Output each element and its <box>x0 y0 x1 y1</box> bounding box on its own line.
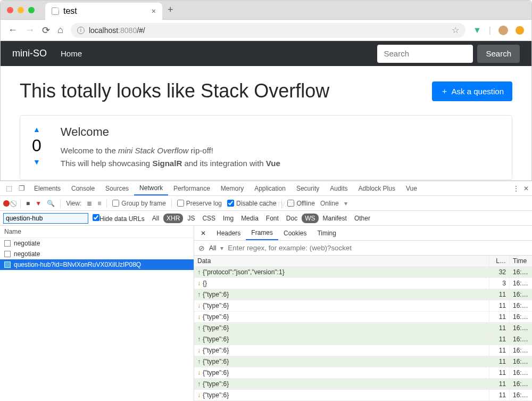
reload-button[interactable]: ⟳ <box>42 24 50 36</box>
search-icon[interactable]: 🔍 <box>47 200 55 207</box>
col-length[interactable]: L… <box>489 256 510 266</box>
downvote-icon[interactable]: ▼ <box>33 158 40 166</box>
disable-cache-checkbox[interactable]: Disable cache <box>227 200 276 207</box>
frame-row[interactable]: ↓{"type":6}1116:… <box>194 367 532 379</box>
detail-tab-frames[interactable]: Frames <box>246 226 278 240</box>
devtools-tab-network[interactable]: Network <box>134 181 168 195</box>
request-row[interactable]: question-hub?id=BNvlXonRuVX0XilUzIP08Q <box>0 259 194 270</box>
extension-separator: | <box>489 26 491 35</box>
vote-count: 0 <box>32 136 41 156</box>
offline-checkbox[interactable]: Offline <box>287 200 314 207</box>
websocket-icon <box>4 261 11 268</box>
col-data[interactable]: Data <box>194 256 489 266</box>
arrow-down-icon: ↓ <box>197 347 201 354</box>
request-row[interactable]: negotiate <box>0 238 194 249</box>
url-path: /#/ <box>137 26 145 35</box>
devtools-tab-application[interactable]: Application <box>249 181 291 195</box>
nav-home-link[interactable]: Home <box>61 49 82 58</box>
detail-tab-timing[interactable]: Timing <box>312 226 342 240</box>
inspect-icon[interactable]: ⬚ <box>3 184 15 192</box>
ask-question-button[interactable]: ＋ Ask a question <box>432 81 512 101</box>
filter-type-other[interactable]: Other <box>351 214 373 223</box>
filter-icon[interactable]: ▼ <box>35 200 41 207</box>
filter-type-doc[interactable]: Doc <box>283 214 301 223</box>
forward-button[interactable]: → <box>25 24 35 36</box>
preserve-log-checkbox[interactable]: Preserve log <box>177 200 222 207</box>
frame-row[interactable]: ↑{"type":6}1116:… <box>194 334 532 345</box>
frame-time: 16:… <box>510 379 532 389</box>
frame-row[interactable]: ↑{"type":6}1116:… <box>194 356 532 367</box>
request-row[interactable]: negotiate <box>0 249 194 259</box>
frame-time: 16:… <box>510 267 532 277</box>
filter-type-media[interactable]: Media <box>238 214 262 223</box>
frame-row[interactable]: ↓{"type":6}1116:… <box>194 312 532 323</box>
frame-length: 11 <box>489 390 510 400</box>
devtools-tab-console[interactable]: Console <box>66 181 100 195</box>
search-button[interactable]: Search <box>477 45 520 63</box>
close-tab-icon[interactable]: × <box>152 7 156 15</box>
frame-row[interactable]: ↓{"type":6}1116:… <box>194 390 532 401</box>
detail-tab-headers[interactable]: Headers <box>211 226 246 240</box>
frame-row[interactable]: ↓{}316:… <box>194 278 532 289</box>
filter-type-manifest[interactable]: Manifest <box>320 214 350 223</box>
new-tab-button[interactable]: + <box>162 4 179 15</box>
app-brand[interactable]: mini-SO <box>12 48 47 59</box>
filter-type-all[interactable]: All <box>149 214 162 223</box>
frame-regex-input[interactable] <box>228 244 528 252</box>
devtools-tab-memory[interactable]: Memory <box>215 181 249 195</box>
maximize-window-button[interactable] <box>28 7 35 13</box>
filter-type-css[interactable]: CSS <box>199 214 219 223</box>
extension-icon[interactable] <box>516 26 524 35</box>
devtools-tab-audits[interactable]: Audits <box>325 181 353 195</box>
devtools-tab-security[interactable]: Security <box>291 181 325 195</box>
filter-type-ws[interactable]: WS <box>302 214 318 223</box>
devtools-tab-elements[interactable]: Elements <box>29 181 66 195</box>
large-rows-icon[interactable]: ≣ <box>87 200 92 207</box>
clear-frames-icon[interactable]: ⊘ <box>198 244 205 252</box>
upvote-icon[interactable]: ▲ <box>33 125 40 134</box>
name-column-header[interactable]: Name <box>0 226 194 238</box>
frame-row[interactable]: ↓{"type":6}1116:… <box>194 300 532 312</box>
record-icon[interactable] <box>3 200 10 207</box>
vue-extension-icon[interactable]: ▼ <box>473 26 481 35</box>
filter-type-img[interactable]: Img <box>220 214 237 223</box>
filter-type-js[interactable]: JS <box>184 214 198 223</box>
devtools-tab-adblock-plus[interactable]: Adblock Plus <box>353 181 401 195</box>
frame-row[interactable]: ↑{"type":6}1116:… <box>194 379 532 390</box>
col-time[interactable]: Time <box>510 256 532 266</box>
filter-type-xhr[interactable]: XHR <box>163 214 183 223</box>
close-window-button[interactable] <box>7 7 13 13</box>
home-button[interactable]: ⌂ <box>57 24 63 36</box>
minimize-window-button[interactable] <box>18 7 24 13</box>
frame-row[interactable]: ↑{"type":6}1116:… <box>194 289 532 300</box>
frame-row[interactable]: ↓{"type":6}1116:… <box>194 345 532 356</box>
hide-data-urls-checkbox[interactable]: Hide data URLs <box>93 214 145 223</box>
frame-row[interactable]: ↑{"protocol":"json","version":1}3216:… <box>194 267 532 278</box>
frame-length: 11 <box>489 312 510 322</box>
devtools-tab-sources[interactable]: Sources <box>100 181 134 195</box>
dropdown-icon[interactable]: ▾ <box>220 244 223 252</box>
throttling-select[interactable]: Online <box>320 200 339 207</box>
search-input[interactable] <box>377 45 473 63</box>
close-details-icon[interactable]: ✕ <box>197 230 209 237</box>
overview-icon[interactable]: ≡ <box>97 200 101 207</box>
device-toggle-icon[interactable]: ❐ <box>16 184 28 192</box>
profile-avatar[interactable] <box>498 26 508 35</box>
site-info-icon[interactable]: i <box>77 27 85 34</box>
bookmark-star-icon[interactable]: ☆ <box>452 25 459 35</box>
frame-filter-select[interactable]: All <box>209 244 216 252</box>
devtools-close-icon[interactable]: ✕ <box>523 185 529 192</box>
dropdown-icon[interactable]: ▾ <box>344 200 347 207</box>
detail-tab-cookies[interactable]: Cookies <box>278 226 312 240</box>
devtools-menu-icon[interactable]: ⋮ <box>513 185 519 192</box>
address-bar[interactable]: i localhost:8080/#/ ☆ <box>71 23 466 38</box>
filter-type-font[interactable]: Font <box>263 214 282 223</box>
back-button[interactable]: ← <box>8 24 18 36</box>
browser-tab[interactable]: test × <box>45 3 162 20</box>
frame-row[interactable]: ↑{"type":6}1116:… <box>194 323 532 334</box>
capture-screenshot-icon[interactable]: ■ <box>26 200 30 207</box>
filter-input[interactable] <box>3 213 88 224</box>
devtools-tab-vue[interactable]: Vue <box>401 181 422 195</box>
devtools-tab-performance[interactable]: Performance <box>168 181 215 195</box>
group-by-frame-checkbox[interactable]: Group by frame <box>112 200 165 207</box>
